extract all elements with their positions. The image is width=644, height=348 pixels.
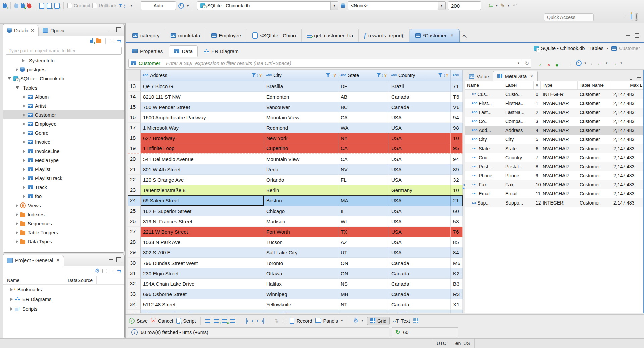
column-sort-cluster[interactable]: ↕? [377,73,387,78]
tree-item-invoiceline[interactable]: InvoiceLine [3,147,124,156]
meta-table-cell[interactable]: Customer [578,171,610,180]
meta-maxlen-cell[interactable]: 2,147,483 [610,180,644,189]
meta-label-cell[interactable]: Custo... [503,90,534,99]
script-button[interactable]: Script [176,318,196,324]
table-row-32[interactable]: 32194A Chain Lake DriveHalifaxNSCanadaB3 [128,279,463,289]
chevron-down-icon[interactable] [8,77,11,80]
country-cell[interactable]: USA [389,195,451,206]
remove-filter-button[interactable]: ✕ [544,61,549,66]
country-cell[interactable]: USA [389,227,451,237]
country-cell[interactable]: Canada [389,299,451,310]
meta-label-cell[interactable]: Suppo... [503,198,534,207]
meta-column-table-name[interactable]: Table Name [578,81,610,89]
meta-ordinal-cell[interactable]: 1 [534,99,541,108]
address-cell[interactable]: 700 W Pender Street [141,102,264,112]
meta-row-city[interactable]: ABCCityCity5NVARCHARCustomer2,147,483 [465,135,644,144]
column-header-country[interactable]: ABCCountry↕? [389,70,451,81]
view-menu-icon[interactable] [629,79,633,81]
meta-type-cell[interactable]: NVARCHAR [541,99,578,108]
country-cell[interactable]: Canada [389,92,451,102]
meta-maxlen-cell[interactable]: 2,147,483 [610,198,644,207]
previous-row-button[interactable]: ‹ [252,318,253,324]
postal-cell[interactable]: 94 [451,112,463,123]
state-cell[interactable]: MB [338,289,389,299]
sql-editor-button[interactable] [39,3,44,9]
meta-label-cell[interactable]: Phone [503,171,534,180]
auto-refresh-button[interactable]: ▼ [576,60,587,66]
row-number-cell[interactable]: 15 [128,102,141,112]
breadcrumb-customer[interactable]: Customer [611,46,640,51]
grid-mode-button[interactable]: Grid [367,317,390,325]
breadcrumb-sqlite-chinook-db[interactable]: SQLite - Chinook.db [534,46,585,51]
city-cell[interactable]: Redmond [264,123,338,133]
editor-tab-customer[interactable]: *Customer✕ [410,29,460,42]
country-cell[interactable]: USA [389,133,451,143]
row-number-cell[interactable]: 32 [128,279,141,289]
meta-ordinal-cell[interactable]: 4 [534,126,541,135]
chevron-right-icon[interactable] [16,222,18,225]
country-cell[interactable]: Brazil [389,81,451,92]
country-cell[interactable]: USA [389,123,451,133]
country-cell[interactable]: USA [389,216,451,227]
tab-projects[interactable]: Проек [39,25,68,36]
chevron-right-icon[interactable] [23,150,25,153]
nav-new-connection-button[interactable]: + [90,39,93,43]
project-item-bookmarks[interactable]: Bookmarks [3,285,124,294]
meta-name-cell[interactable]: ABCEmail [465,189,503,198]
table-row-19[interactable]: 191 Infinite LoopCupertinoCAUSA95 [128,143,463,154]
table-row-24[interactable]: 2469 Salem StreetBostonMAUSA21 [128,195,463,206]
collapse-all-icon[interactable]: − [102,269,107,273]
editor-tab-mockdata[interactable]: mockdata [165,29,206,42]
table-row-22[interactable]: 22120 S Orange AveOrlandoFLUSA32 [128,175,463,185]
table-row-29[interactable]: 29302 S 700 ESalt Lake CityUTUSA84 [128,247,463,258]
add-row-button[interactable]: + [214,319,219,323]
chevron-right-icon[interactable] [23,113,25,117]
meta-row-address[interactable]: ABCAdd...Address4NVARCHARCustomer2,147,4… [465,126,644,135]
minimize-icon[interactable] [626,35,630,39]
meta-name-cell[interactable]: ABCCity [465,135,503,144]
tree-item-employee[interactable]: Employee [3,119,124,128]
gear-icon[interactable]: ⚙ [95,268,100,274]
edit-cell-button[interactable] [205,319,210,323]
meta-name-cell[interactable]: 123Sup... [465,198,503,207]
tree-item-views[interactable]: Views [3,201,124,210]
tree-item-data-types[interactable]: Data Types [3,237,124,246]
meta-maxlen-cell[interactable]: 2,147,483 [610,171,644,180]
state-cell[interactable]: NT [338,299,389,310]
chevron-right-icon[interactable] [23,140,25,144]
meta-row-phone[interactable]: ABCPhonePhone9NVARCHARCustomer2,147,483 [465,171,644,180]
chevron-down-icon[interactable] [16,86,19,89]
address-cell[interactable]: 120 S Orange Ave [141,175,264,185]
postal-cell[interactable]: 85 [451,237,463,247]
meta-type-cell[interactable]: NVARCHAR [541,153,578,162]
postal-cell[interactable]: 60 [451,206,463,216]
cal-view-button[interactable] [413,318,418,323]
chevron-right-icon[interactable] [23,122,25,126]
city-cell[interactable]: Boston [264,195,338,206]
meta-table-cell[interactable]: Customer [578,99,610,108]
chevron-right-icon[interactable] [23,159,25,162]
close-icon[interactable]: ✕ [31,28,34,33]
row-number-cell[interactable]: 19 [128,143,141,153]
meta-ordinal-cell[interactable]: 2 [534,108,541,117]
minimize-icon[interactable] [637,77,641,81]
disconnect-button[interactable] [27,3,31,8]
row-number-cell[interactable]: 31 [128,268,141,279]
chevron-right-icon[interactable] [16,240,18,243]
meta-label-cell[interactable]: Fax [503,180,534,189]
state-cell[interactable]: UT [338,247,389,258]
meta-maxlen-cell[interactable]: 2,147,483 [610,162,644,171]
address-cell[interactable]: 796 Dundas Street West [141,258,264,268]
meta-label-cell[interactable]: State [503,144,534,153]
next-row-button[interactable]: › [256,318,258,324]
meta-maxlen-cell[interactable]: 2,147,483 [610,117,644,126]
text-mode-button[interactable]: ‹›TText [393,318,410,324]
maximize-icon[interactable] [635,33,639,38]
state-cell[interactable]: AB [338,92,389,102]
postal-cell[interactable]: 21 [451,195,463,206]
meta-label-cell[interactable]: Address [503,126,534,135]
meta-maxlen-cell[interactable]: 2,147,483 [610,99,644,108]
editor-tab-category[interactable]: category [127,29,165,42]
country-cell[interactable]: USA [389,206,451,216]
city-cell[interactable]: Orlando [264,175,338,185]
